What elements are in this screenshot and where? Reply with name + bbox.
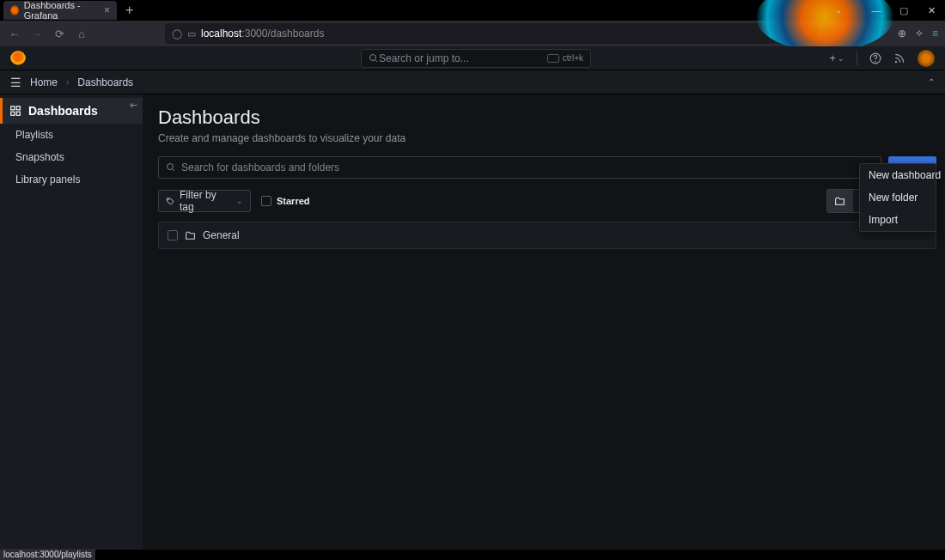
page-title: Dashboards [158, 107, 936, 129]
status-bar: localhost:3000/playlists [0, 549, 95, 560]
sidebar-item-label: Dashboards [28, 104, 98, 118]
divider [857, 52, 857, 65]
new-dropdown-menu: New dashboard New folder Import [859, 163, 936, 232]
home-button[interactable]: ⌂ [74, 27, 89, 40]
grafana-favicon [10, 5, 19, 15]
breadcrumb-bar: ☰ Home › Dashboards ⌃ [0, 70, 945, 94]
sidebar-item-label: Library panels [15, 173, 80, 186]
menu-item-new-folder[interactable]: New folder [860, 186, 936, 209]
menu-item-label: Import [869, 214, 898, 226]
menu-toggle-icon[interactable]: ☰ [10, 76, 21, 89]
menu-item-label: New folder [869, 192, 918, 204]
svg-rect-7 [11, 112, 15, 115]
svg-line-1 [375, 59, 378, 62]
folder-row-general[interactable]: General [158, 222, 936, 249]
browser-tab[interactable]: Dashboards - Grafana × [3, 1, 117, 20]
svg-rect-5 [11, 107, 15, 110]
search-icon [166, 162, 176, 173]
svg-point-4 [895, 61, 896, 62]
tab-list-dropdown-icon[interactable]: ⌄ [835, 5, 842, 15]
browser-nav-bar: ← → ⟳ ⌂ ◯ ▭ localhost:3000/dashboards ☆ … [0, 21, 945, 46]
new-tab-button[interactable]: + [125, 3, 133, 18]
svg-point-0 [370, 54, 376, 60]
dock-icon[interactable]: ⇤ [130, 100, 137, 111]
menu-item-label: New dashboard [869, 169, 941, 181]
account-icon[interactable]: ≡ [932, 27, 938, 40]
grafana-logo-icon[interactable] [10, 51, 26, 66]
starred-checkbox[interactable] [261, 196, 271, 206]
folder-name: General [203, 229, 240, 241]
site-info-icon: ▭ [187, 28, 196, 40]
main-content: Dashboards Create and manage dashboards … [143, 94, 945, 550]
svg-rect-6 [16, 107, 20, 110]
dashboard-search-input[interactable]: Search for dashboards and folders [158, 156, 881, 179]
svg-point-11 [168, 198, 169, 199]
maximize-button[interactable]: ▢ [893, 5, 914, 16]
folder-icon [185, 230, 196, 241]
news-icon[interactable] [893, 52, 905, 64]
menu-item-new-dashboard[interactable]: New dashboard [860, 164, 936, 186]
sidebar-item-label: Playlists [15, 129, 53, 141]
search-shortcut: ctrl+k [563, 53, 583, 63]
folder-icon [834, 196, 845, 207]
breadcrumb-home[interactable]: Home [30, 76, 58, 88]
sidebar-item-playlists[interactable]: Playlists [0, 124, 143, 146]
chevron-down-icon: ⌄ [236, 197, 243, 205]
sidebar-item-library-panels[interactable]: Library panels [0, 168, 143, 191]
global-search[interactable]: Search or jump to... ctrl+k [361, 49, 591, 68]
dashboards-icon [9, 105, 21, 117]
tag-icon [166, 197, 175, 206]
close-tab-icon[interactable]: × [104, 4, 110, 16]
minimize-button[interactable]: — [866, 5, 887, 16]
svg-point-9 [168, 164, 174, 170]
status-bar-text: localhost:3000/playlists [3, 550, 92, 559]
browser-tab-bar: Dashboards - Grafana × + ⌄ — ▢ ✕ [0, 0, 945, 21]
page-subtitle: Create and manage dashboards to visualiz… [158, 132, 936, 144]
filter-tag-label: Filter by tag [180, 189, 231, 213]
folder-view-button[interactable] [827, 190, 853, 212]
svg-rect-8 [16, 112, 20, 115]
sidebar-item-snapshots[interactable]: Snapshots [0, 146, 143, 168]
filter-by-tag[interactable]: Filter by tag ⌄ [158, 190, 251, 212]
help-icon[interactable] [869, 52, 881, 64]
add-button[interactable]: +⌄ [829, 52, 844, 64]
url-text: localhost:3000/dashboards [201, 27, 324, 40]
user-avatar[interactable] [918, 50, 935, 67]
svg-line-10 [173, 169, 175, 172]
close-window-button[interactable]: ✕ [921, 5, 942, 16]
menu-item-import[interactable]: Import [860, 209, 936, 231]
svg-point-3 [875, 61, 876, 62]
search-placeholder: Search for dashboards and folders [181, 161, 339, 173]
tab-title: Dashboards - Grafana [24, 0, 99, 21]
search-icon [369, 53, 379, 64]
starred-label: Starred [277, 196, 310, 206]
forward-button[interactable]: → [29, 27, 45, 40]
bookmark-star-icon[interactable]: ☆ [802, 28, 811, 40]
extensions-icon[interactable]: ✧ [915, 27, 924, 40]
sidebar-item-dashboards[interactable]: Dashboards [0, 98, 143, 124]
chevron-right-icon: › [66, 77, 69, 87]
back-button[interactable]: ← [7, 27, 22, 40]
url-bar[interactable]: ◯ ▭ localhost:3000/dashboards ☆ [165, 23, 818, 44]
shield-icon: ◯ [172, 28, 182, 40]
keyboard-icon [547, 54, 559, 63]
breadcrumb-current[interactable]: Dashboards [77, 76, 133, 88]
window-controls: — ▢ ✕ [866, 5, 942, 16]
row-checkbox[interactable] [168, 230, 178, 240]
grafana-top-bar: Search or jump to... ctrl+k +⌄ [0, 46, 945, 70]
sidebar-item-label: Snapshots [15, 151, 64, 163]
sidebar: ⇤ Dashboards Playlists Snapshots Library… [0, 94, 143, 550]
kiosk-toggle-icon[interactable]: ⌃ [928, 77, 935, 87]
pocket-icon[interactable]: ⊕ [898, 27, 906, 40]
global-search-placeholder: Search or jump to... [379, 52, 469, 64]
reload-button[interactable]: ⟳ [52, 27, 67, 40]
